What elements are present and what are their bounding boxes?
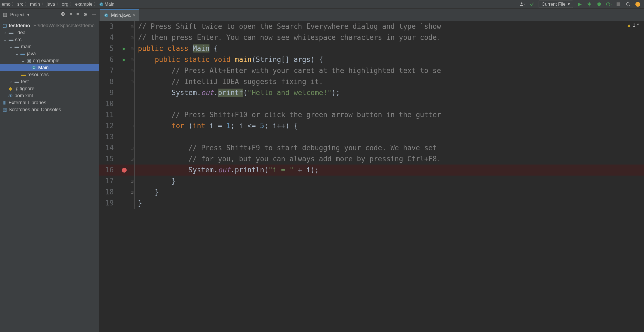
project-tree[interactable]: ▢ testdemo E:\ideaWorkSpace\testdemo › ▬… <box>0 21 99 113</box>
code-text: ; i++) { <box>264 122 298 130</box>
stop-icon[interactable] <box>615 1 621 7</box>
hide-icon[interactable]: — <box>92 12 96 18</box>
breadcrumb-example[interactable]: example <box>75 2 92 7</box>
fold-start-icon[interactable]: ⊟ <box>130 43 135 54</box>
build-icon[interactable] <box>529 1 535 7</box>
code-text: System. <box>188 166 218 174</box>
expand-all-icon[interactable]: ≡ <box>69 12 72 18</box>
code-editor[interactable]: ▲ 1 ^ 3⊟ // Press Shift twice to open th… <box>99 21 644 332</box>
tree-label: Main <box>38 65 49 71</box>
line-number[interactable]: 5 <box>99 43 119 54</box>
breadcrumb-java[interactable]: java <box>47 2 55 7</box>
collapse-icon[interactable]: ⌄ <box>21 58 25 64</box>
tree-main[interactable]: ⌄ ▬ main <box>0 43 99 50</box>
scratches-icon: ▧ <box>2 107 7 113</box>
line-number[interactable]: 19 <box>99 198 119 209</box>
code-text: } <box>172 177 176 185</box>
line-number[interactable]: 13 <box>99 131 119 142</box>
line-number[interactable]: 7 <box>99 65 119 76</box>
fold-gutter[interactable]: ⊟ <box>130 21 135 32</box>
tree-src[interactable]: ⌄ ▬ src <box>0 36 99 43</box>
folder-icon: ▬ <box>9 30 13 36</box>
profile-icon[interactable]: ▾ <box>606 1 612 7</box>
code-text: public <box>155 55 180 64</box>
line-number[interactable]: 3 <box>99 21 119 32</box>
coverage-icon[interactable] <box>596 1 602 7</box>
fold-gutter[interactable]: ⊟ <box>130 65 135 76</box>
run-gutter-icon[interactable]: ▶ <box>123 54 126 65</box>
code-text: ; i <= <box>230 122 260 130</box>
tree-external-libraries[interactable]: ⫼ External Libraries <box>0 99 99 106</box>
fold-gutter[interactable]: ⊟ <box>130 142 135 153</box>
tree-scratches[interactable]: ▧ Scratches and Consoles <box>0 106 99 113</box>
project-view-icon: ▤ <box>3 12 8 18</box>
tree-java[interactable]: ⌄ ▬ java <box>0 50 99 57</box>
line-number[interactable]: 11 <box>99 109 119 120</box>
line-number[interactable]: 12 <box>99 120 119 131</box>
gear-icon[interactable]: ⚙ <box>83 12 87 18</box>
svg-point-14 <box>635 2 640 7</box>
breadcrumb-org[interactable]: org <box>62 2 69 7</box>
breadcrumb-class[interactable]: Main <box>105 2 115 7</box>
ide-settings-icon[interactable] <box>635 1 641 7</box>
search-icon[interactable] <box>625 1 631 7</box>
close-icon[interactable]: × <box>133 13 136 18</box>
fold-end-icon[interactable]: ⊡ <box>130 176 135 187</box>
tree-test[interactable]: › ▬ test <box>0 78 99 85</box>
tree-pom[interactable]: m pom.xml <box>0 92 99 99</box>
svg-text:C: C <box>33 66 35 69</box>
line-number[interactable]: 15 <box>99 153 119 165</box>
fold-gutter[interactable]: ⊡ <box>130 76 135 87</box>
fold-start-icon[interactable]: ⊟ <box>130 120 135 131</box>
tree-resources[interactable]: ▬ resources <box>0 71 99 78</box>
fold-gutter[interactable]: ⊡ <box>130 32 135 43</box>
svg-point-16 <box>61 12 65 16</box>
tree-idea[interactable]: › ▬ .idea <box>0 29 99 36</box>
run-gutter-icon[interactable]: ▶ <box>123 43 126 54</box>
expand-icon[interactable]: › <box>3 30 7 36</box>
breadcrumb-src[interactable]: src <box>17 2 23 7</box>
fold-end-icon[interactable]: ⊡ <box>130 187 135 198</box>
line-number[interactable]: 18 <box>99 187 119 198</box>
editor-area: C Main.java × ▲ 1 ^ 3⊟ // Press Shift tw… <box>99 9 644 332</box>
line-number[interactable]: 4 <box>99 32 119 43</box>
run-config-selector[interactable]: Current File ▾ <box>539 1 573 8</box>
line-number[interactable]: 8 <box>99 76 119 87</box>
chevron-right-icon: 〉 <box>56 2 61 7</box>
line-number[interactable]: 10 <box>99 98 119 109</box>
tab-label: Main.java <box>111 13 131 18</box>
tree-label: .idea <box>15 30 26 36</box>
code-comment: // Press Shift+F10 or click the green ar… <box>172 111 441 119</box>
user-icon[interactable] <box>519 1 525 7</box>
fold-start-icon[interactable]: ⊟ <box>130 54 135 65</box>
code-text: out <box>218 166 230 174</box>
line-number[interactable]: 6 <box>99 54 119 65</box>
line-number[interactable]: 9 <box>99 87 119 98</box>
line-number[interactable]: 14 <box>99 142 119 153</box>
line-number[interactable]: 17 <box>99 176 119 187</box>
expand-icon[interactable]: › <box>9 79 13 85</box>
breakpoint-icon[interactable] <box>122 168 127 173</box>
code-text: out <box>201 89 214 97</box>
fold-gutter[interactable]: ⊡ <box>130 153 135 165</box>
collapse-icon[interactable]: ⌄ <box>15 51 19 57</box>
collapse-icon[interactable]: ⌄ <box>3 37 7 43</box>
code-comment: // Press Shift twice to open the Search … <box>138 22 441 30</box>
tab-main-java[interactable]: C Main.java × <box>100 9 139 21</box>
project-title[interactable]: Project <box>10 12 24 18</box>
code-comment: // IntelliJ IDEA suggests fixing it. <box>172 78 323 86</box>
tree-package[interactable]: ⌄ ▣ org.example <box>0 57 99 64</box>
tree-class-main[interactable]: C Main <box>0 64 99 71</box>
breadcrumb-project[interactable]: emo <box>2 2 10 7</box>
select-opened-file-icon[interactable] <box>61 12 65 18</box>
collapse-icon[interactable]: ⌄ <box>9 44 13 50</box>
run-icon[interactable]: ▶ <box>577 1 583 7</box>
tree-gitignore[interactable]: ◆ .gitignore <box>0 85 99 92</box>
collapse-all-icon[interactable]: ≡ <box>76 12 79 18</box>
chevron-down-icon[interactable]: ▾ <box>27 12 30 18</box>
debug-icon[interactable] <box>586 1 592 7</box>
tree-project-root[interactable]: ▢ testdemo E:\ideaWorkSpace\testdemo <box>0 22 99 29</box>
line-number[interactable]: 16 <box>99 165 119 176</box>
breadcrumb-main[interactable]: main <box>30 2 40 7</box>
code-text: int <box>193 122 205 130</box>
